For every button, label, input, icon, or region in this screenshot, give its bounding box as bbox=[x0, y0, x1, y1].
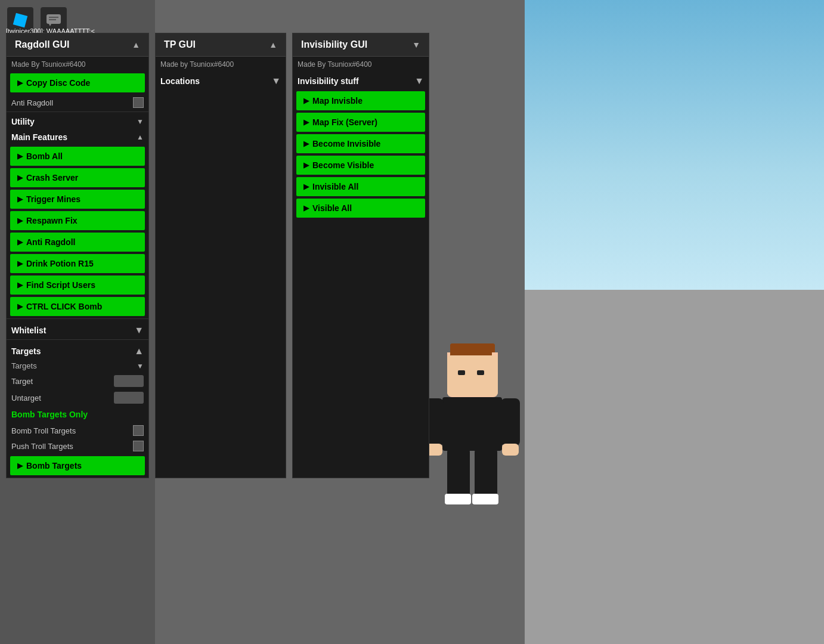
copy-disc-code-button[interactable]: ▶ Copy Disc Code bbox=[10, 73, 145, 92]
svg-rect-20 bbox=[49, 19, 56, 20]
crash-server-label: Crash Server bbox=[26, 173, 78, 182]
target-row: Target bbox=[7, 373, 148, 389]
utility-label: Utility bbox=[11, 117, 35, 126]
whitelist-section: Whitelist ▼ bbox=[7, 320, 148, 338]
invisibility-gui-panel: Invisibility GUI ▼ Made By Tsuniox#6400 … bbox=[292, 33, 429, 478]
respawn-fix-label: Respawn Fix bbox=[26, 216, 78, 225]
anti-ragdoll-row: Anti Ragdoll bbox=[7, 95, 148, 110]
invisible-all-button[interactable]: ▶ Invisible All bbox=[296, 177, 425, 196]
invisibility-gui-credit: Made By Tsuniox#6400 bbox=[293, 57, 429, 71]
anti-ragdoll-checkbox[interactable] bbox=[133, 97, 144, 108]
main-features-label: Main Features bbox=[11, 132, 67, 142]
become-visible-label: Become Visible bbox=[312, 160, 374, 170]
find-script-users-cursor-icon: ▶ bbox=[17, 281, 23, 289]
targets-subsection: Targets ▼ bbox=[7, 359, 148, 373]
invisible-all-label: Invisible All bbox=[312, 182, 358, 191]
tp-gui-close[interactable]: ▲ bbox=[269, 40, 277, 49]
invisibility-gui-header: Invisibility GUI ▼ bbox=[293, 33, 429, 57]
targets-arrow: ▲ bbox=[134, 346, 144, 357]
ctrl-click-bomb-label: CTRL CLICK Bomb bbox=[26, 302, 102, 311]
bomb-targets-only-label: Bomb Targets Only bbox=[7, 406, 148, 423]
find-script-users-button[interactable]: ▶ Find Script Users bbox=[10, 275, 145, 295]
target-toggle[interactable] bbox=[114, 375, 144, 387]
divider-1 bbox=[7, 112, 148, 112]
bomb-troll-targets-label: Bomb Troll Targets bbox=[11, 426, 76, 435]
bomb-targets-cursor-icon: ▶ bbox=[17, 462, 23, 470]
trigger-mines-cursor-icon: ▶ bbox=[17, 195, 23, 203]
targets-sub-arrow: ▼ bbox=[137, 362, 144, 370]
visible-all-button[interactable]: ▶ Visible All bbox=[296, 199, 425, 218]
map-invisible-cursor-icon: ▶ bbox=[303, 97, 309, 105]
svg-rect-14 bbox=[475, 450, 497, 497]
drink-potion-label: Drink Potion R15 bbox=[26, 259, 94, 268]
svg-rect-12 bbox=[502, 444, 519, 456]
respawn-fix-cursor-icon: ▶ bbox=[17, 216, 23, 225]
invisibility-gui-close[interactable]: ▼ bbox=[412, 40, 420, 49]
bomb-all-cursor-icon: ▶ bbox=[17, 152, 23, 160]
invisibility-stuff-label: Invisibility stuff bbox=[298, 76, 359, 86]
svg-rect-8 bbox=[442, 397, 502, 451]
tp-gui-panel: TP GUI ▲ Made by Tsuniox#6400 Locations … bbox=[155, 33, 286, 478]
map-invisible-label: Map Invisble bbox=[312, 96, 363, 106]
main-features-arrow: ▲ bbox=[137, 133, 144, 141]
locations-label: Locations bbox=[160, 76, 200, 86]
become-invisible-label: Become Invisible bbox=[312, 139, 380, 148]
bomb-troll-targets-row: Bomb Troll Targets bbox=[7, 423, 148, 438]
push-troll-targets-row: Push Troll Targets bbox=[7, 438, 148, 454]
bomb-all-button[interactable]: ▶ Bomb All bbox=[10, 147, 145, 166]
invisible-all-cursor-icon: ▶ bbox=[303, 182, 309, 191]
push-troll-targets-checkbox[interactable] bbox=[133, 441, 144, 451]
map-invisible-button[interactable]: ▶ Map Invisble bbox=[296, 91, 425, 110]
svg-rect-17 bbox=[13, 13, 27, 27]
respawn-fix-button[interactable]: ▶ Respawn Fix bbox=[10, 211, 145, 230]
find-script-users-label: Find Script Users bbox=[26, 280, 95, 290]
trigger-mines-label: Trigger Mines bbox=[26, 194, 80, 204]
svg-rect-5 bbox=[447, 355, 498, 396]
anti-ragdoll-btn-label: Anti Ragdoll bbox=[26, 237, 75, 247]
drink-potion-cursor-icon: ▶ bbox=[17, 259, 23, 268]
main-features-section: Main Features ▲ bbox=[7, 129, 148, 144]
untarget-toggle[interactable] bbox=[114, 392, 144, 404]
ragdoll-gui-close[interactable]: ▲ bbox=[132, 40, 140, 49]
become-visible-button[interactable]: ▶ Become Visible bbox=[296, 156, 425, 175]
map-fix-server-button[interactable]: ▶ Map Fix (Server) bbox=[296, 113, 425, 132]
copy-disc-code-label: Copy Disc Code bbox=[26, 78, 90, 88]
ragdoll-gui-credit: Made By Tsuniox#6400 bbox=[7, 57, 148, 71]
push-troll-targets-label: Push Troll Targets bbox=[11, 442, 73, 451]
become-visible-cursor-icon: ▶ bbox=[303, 161, 309, 169]
character-svg bbox=[417, 338, 525, 516]
svg-rect-13 bbox=[447, 450, 470, 497]
become-invisible-button[interactable]: ▶ Become Invisible bbox=[296, 134, 425, 153]
ctrl-click-bomb-button[interactable]: ▶ CTRL CLICK Bomb bbox=[10, 297, 145, 316]
whitelist-arrow: ▼ bbox=[134, 325, 144, 336]
visible-all-cursor-icon: ▶ bbox=[303, 204, 309, 212]
invisibility-stuff-arrow: ▼ bbox=[414, 76, 424, 86]
targets-sub-label: Targets bbox=[11, 361, 37, 370]
bomb-targets-button[interactable]: ▶ Bomb Targets bbox=[10, 456, 145, 475]
bomb-all-label: Bomb All bbox=[26, 151, 63, 161]
become-invisible-cursor-icon: ▶ bbox=[303, 140, 309, 148]
tp-gui-header: TP GUI ▲ bbox=[156, 33, 286, 57]
tp-gui-title: TP GUI bbox=[164, 39, 196, 50]
trigger-mines-button[interactable]: ▶ Trigger Mines bbox=[10, 190, 145, 209]
target-label: Target bbox=[11, 377, 33, 386]
bomb-troll-targets-checkbox[interactable] bbox=[133, 425, 144, 436]
anti-ragdoll-button[interactable]: ▶ Anti Ragdoll bbox=[10, 233, 145, 252]
crash-server-button[interactable]: ▶ Crash Server bbox=[10, 168, 145, 187]
anti-ragdoll-btn-cursor-icon: ▶ bbox=[17, 238, 23, 246]
svg-rect-19 bbox=[49, 17, 58, 18]
svg-rect-7 bbox=[477, 370, 484, 375]
drink-potion-button[interactable]: ▶ Drink Potion R15 bbox=[10, 254, 145, 273]
targets-section: Targets ▲ bbox=[7, 341, 148, 359]
map-fix-cursor-icon: ▶ bbox=[303, 118, 309, 126]
tp-gui-credit: Made by Tsuniox#6400 bbox=[156, 57, 286, 71]
svg-rect-16 bbox=[472, 494, 498, 504]
locations-section: Locations ▼ bbox=[156, 71, 286, 89]
invisibility-stuff-section: Invisibility stuff ▼ bbox=[293, 71, 429, 89]
ragdoll-gui-title: Ragdoll GUI bbox=[15, 39, 70, 50]
crash-server-cursor-icon: ▶ bbox=[17, 174, 23, 182]
whitelist-label: Whitelist bbox=[11, 326, 46, 335]
untarget-row: Untarget bbox=[7, 389, 148, 406]
visible-all-label: Visible All bbox=[312, 203, 352, 213]
untarget-label: Untarget bbox=[11, 394, 41, 402]
